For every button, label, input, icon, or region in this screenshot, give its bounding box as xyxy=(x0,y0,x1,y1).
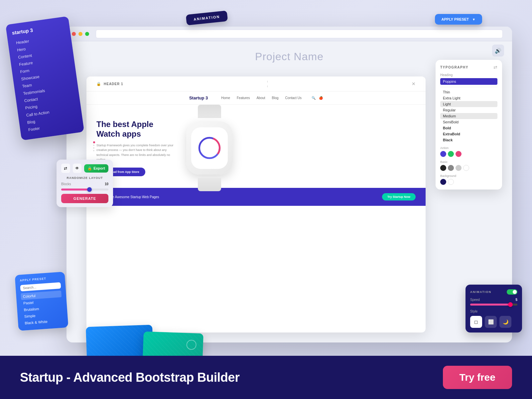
ws-nav-contact[interactable]: Contact Us xyxy=(285,96,302,100)
watch-screen xyxy=(191,127,228,169)
dot-active xyxy=(93,141,95,143)
ws-hero-dots xyxy=(93,141,95,151)
watch-body xyxy=(186,121,233,175)
action-color-section: Action xyxy=(440,146,497,157)
ws-nav-features[interactable]: Features xyxy=(237,96,250,100)
swatch-light-gray[interactable] xyxy=(456,165,462,171)
ws-footer-btn[interactable]: Try Startup Now xyxy=(382,193,416,200)
ws-hero: The best Apple Watch apps Startup Framew… xyxy=(86,105,426,188)
sound-icon[interactable]: 🔊 xyxy=(492,45,504,57)
anim-style-zoom[interactable]: 🌙 xyxy=(499,316,511,328)
browser-url-bar[interactable] xyxy=(96,30,503,38)
blocks-slider-row: Blocks 10 xyxy=(61,182,108,186)
ws-header-close[interactable]: ✕ xyxy=(412,81,416,86)
ws-header-bar: 🔒 HEADER 1 ↑ ↓ ✕ xyxy=(86,76,426,91)
browser-expand-dot[interactable] xyxy=(85,32,89,36)
blocks-slider-thumb[interactable] xyxy=(87,187,92,192)
swatch-white[interactable] xyxy=(463,165,469,171)
watch-band-bottom xyxy=(198,178,221,191)
basic-swatches xyxy=(440,165,497,171)
basic-color-section: Basic xyxy=(440,160,497,171)
ws-header-left: 🔒 HEADER 1 xyxy=(96,82,123,86)
ws-nav-about[interactable]: About xyxy=(256,96,265,100)
lock-export-icon: 🔒 xyxy=(87,166,92,171)
chevron-down-icon: ▼ xyxy=(472,18,475,21)
browser-minimize-dot[interactable] xyxy=(78,32,82,36)
apply-preset-top-pill[interactable]: APPLY PRESET ▼ xyxy=(435,14,482,25)
generate-button[interactable]: GENERATE xyxy=(61,194,108,203)
export-toolbar: ⇄ 👁 🔒 Export xyxy=(61,164,108,173)
anim-style-label: Style xyxy=(470,310,517,313)
preset-search-input[interactable] xyxy=(20,282,61,291)
font-weight-bold[interactable]: Bold xyxy=(440,125,497,131)
ws-nav-blog[interactable]: Blog xyxy=(272,96,279,100)
dot-3 xyxy=(93,150,94,151)
ws-nav-icons: 🔍 🍎 xyxy=(312,96,323,100)
typography-panel-header: TYPOGRAPHY ⇄ xyxy=(440,65,497,70)
font-weight-semibold[interactable]: SemiBold xyxy=(440,119,497,125)
eye-btn[interactable]: 👁 xyxy=(73,164,82,173)
blocks-value: 10 xyxy=(105,182,108,186)
swatch-purple[interactable] xyxy=(440,151,446,157)
anim-style-slide[interactable]: ⬜ xyxy=(485,316,497,328)
apply-preset-label: APPLY PRESET xyxy=(442,17,469,21)
randomize-label: RANDOMIZE LAYOUT xyxy=(61,176,108,180)
font-weight-extrabold[interactable]: ExtraBold xyxy=(440,131,497,137)
font-weight-extralight[interactable]: Extra Light xyxy=(440,95,497,101)
font-weight-light[interactable]: Light xyxy=(440,101,497,107)
shuffle-icon[interactable]: ⇄ xyxy=(493,65,497,70)
anim-slider-thumb[interactable] xyxy=(508,302,513,307)
animation-toggle[interactable] xyxy=(507,289,517,295)
swatch-navy[interactable] xyxy=(440,179,446,185)
background-color-section: Background xyxy=(440,174,497,185)
font-weight-thin[interactable]: Thin xyxy=(440,89,497,95)
ws-footer-bar: Twenty Five Awesome Startup Web Pages Tr… xyxy=(86,188,426,206)
font-option-poppins[interactable]: Poppins xyxy=(440,78,497,85)
typography-heading-label: Heading xyxy=(440,73,497,77)
swatch-dark[interactable] xyxy=(440,165,446,171)
basic-label: Basic xyxy=(440,160,497,164)
arrow-up-icon[interactable]: ↑ xyxy=(267,80,268,83)
background-swatches xyxy=(440,179,497,185)
typography-label: TYPOGRAPHY xyxy=(440,66,468,69)
ws-hero-heading: The best Apple Watch apps xyxy=(96,120,176,139)
arrow-down-icon[interactable]: ↓ xyxy=(267,84,268,88)
export-button[interactable]: 🔒 Export xyxy=(84,164,108,173)
typography-panel: TYPOGRAPHY ⇄ Heading Poppins Thin Extra … xyxy=(436,60,502,190)
ws-hero-paragraph: Startup Framework gives you complete fre… xyxy=(96,143,176,162)
animation-panel: ANIMATION Speed 5 Style ◻ ⬜ 🌙 xyxy=(466,285,522,332)
lock-icon: 🔒 xyxy=(96,82,101,86)
export-panel: ⇄ 👁 🔒 Export RANDOMIZE LAYOUT Blocks 10 … xyxy=(57,160,113,207)
browser-topbar xyxy=(66,27,512,41)
font-weight-regular[interactable]: Regular xyxy=(440,107,497,113)
swatch-green[interactable] xyxy=(448,151,454,157)
shuffle-btn[interactable]: ⇄ xyxy=(61,164,70,173)
ws-arrows: ↑ ↓ xyxy=(267,80,268,88)
anim-style-fade[interactable]: ◻ xyxy=(470,316,482,328)
watch-logo-svg xyxy=(198,136,221,160)
blocks-slider-track[interactable] xyxy=(61,189,108,191)
ws-brand: Startup 3 xyxy=(189,95,208,100)
anim-speed-slider[interactable] xyxy=(470,304,517,306)
watch-band-top xyxy=(198,105,221,118)
ws-nav-home[interactable]: Home xyxy=(221,96,230,100)
search-icon[interactable]: 🔍 xyxy=(312,96,316,100)
anim-speed-row: Speed 5 xyxy=(470,298,517,302)
anim-header: ANIMATION xyxy=(470,289,517,295)
anim-speed-value: 5 xyxy=(515,298,517,302)
font-weight-medium[interactable]: Medium xyxy=(440,113,497,119)
swatch-gray[interactable] xyxy=(448,165,454,171)
preset-panel-label: APPLY PRESET xyxy=(20,276,60,282)
font-weight-black[interactable]: Black xyxy=(440,137,497,143)
blocks-label: Blocks xyxy=(61,182,71,186)
apple-icon[interactable]: 🍎 xyxy=(319,96,323,100)
action-swatches xyxy=(440,151,497,157)
bottom-bar: Startup - Advanced Bootstrap Builder Try… xyxy=(0,356,532,399)
anim-label: ANIMATION xyxy=(470,290,491,294)
browser-close-dot[interactable] xyxy=(72,32,76,36)
swatch-pink[interactable] xyxy=(456,151,462,157)
dot-2 xyxy=(93,147,94,149)
apply-preset-panel: APPLY PRESET Colorful Pastel Brutalism S… xyxy=(15,272,68,331)
swatch-white-bg[interactable] xyxy=(448,179,454,185)
try-free-button[interactable]: Try free xyxy=(443,366,512,389)
